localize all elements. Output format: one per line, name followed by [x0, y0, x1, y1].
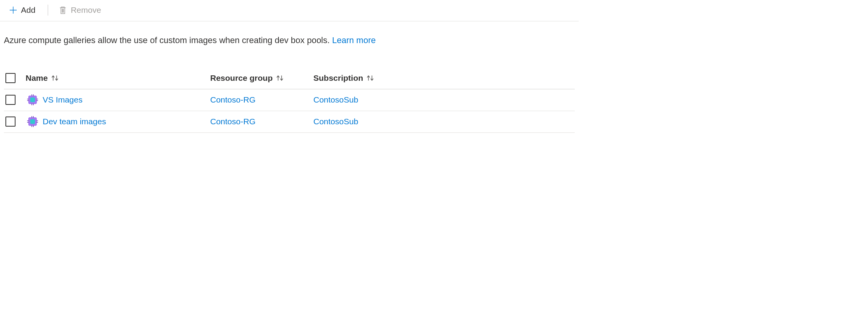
column-header-rg-label: Resource group	[210, 73, 273, 83]
learn-more-link[interactable]: Learn more	[332, 35, 376, 45]
gallery-name-link[interactable]: Dev team images	[43, 117, 106, 126]
column-header-subscription[interactable]: Subscription	[313, 73, 375, 83]
gallery-icon	[27, 116, 38, 127]
resource-group-link[interactable]: Contoso-RG	[210, 95, 256, 104]
remove-button: Remove	[57, 5, 103, 16]
svg-rect-17	[27, 122, 29, 123]
sort-icon	[366, 74, 375, 82]
sort-icon	[51, 74, 59, 82]
svg-rect-16	[27, 120, 29, 121]
select-all-checkbox[interactable]	[5, 73, 16, 83]
column-header-name[interactable]: Name	[26, 73, 59, 83]
column-header-name-label: Name	[26, 73, 48, 83]
table-header-row: Name Resource group	[4, 68, 575, 89]
svg-rect-6	[27, 99, 29, 99]
description-text: Azure compute galleries allow the use of…	[4, 35, 332, 45]
column-header-sub-label: Subscription	[313, 73, 363, 83]
toolbar-separator	[48, 5, 48, 16]
svg-rect-12	[31, 116, 32, 118]
svg-rect-2	[31, 94, 32, 96]
svg-rect-15	[33, 125, 34, 127]
column-header-resource-group[interactable]: Resource group	[210, 73, 284, 83]
svg-rect-5	[33, 103, 34, 105]
subscription-link[interactable]: ContosoSub	[313, 95, 358, 104]
plus-icon	[9, 6, 17, 14]
svg-rect-18	[36, 120, 38, 121]
svg-rect-4	[31, 103, 32, 105]
remove-button-label: Remove	[71, 5, 101, 15]
add-button-label: Add	[21, 5, 35, 15]
gallery-name-link[interactable]: VS Images	[43, 95, 83, 104]
description: Azure compute galleries allow the use of…	[0, 21, 579, 50]
toolbar: Add Remove	[0, 0, 579, 21]
svg-rect-11	[30, 119, 35, 124]
resource-group-link[interactable]: Contoso-RG	[210, 117, 256, 126]
svg-rect-3	[33, 94, 34, 96]
add-button[interactable]: Add	[7, 5, 38, 16]
table-row: VS Images Contoso-RG ContosoSub	[4, 89, 575, 111]
row-checkbox[interactable]	[5, 117, 16, 127]
row-checkbox[interactable]	[5, 95, 16, 105]
svg-rect-7	[27, 100, 29, 101]
trash-icon	[59, 6, 67, 14]
svg-rect-8	[36, 99, 38, 99]
gallery-icon	[27, 94, 38, 105]
table-row: Dev team images Contoso-RG ContosoSub	[4, 111, 575, 133]
subscription-link[interactable]: ContosoSub	[313, 117, 358, 126]
galleries-table: Name Resource group	[0, 68, 579, 133]
svg-rect-14	[31, 125, 32, 127]
svg-rect-13	[33, 116, 34, 118]
sort-icon	[276, 74, 284, 82]
svg-rect-9	[36, 100, 38, 101]
svg-rect-1	[30, 97, 35, 102]
svg-rect-19	[36, 122, 38, 123]
